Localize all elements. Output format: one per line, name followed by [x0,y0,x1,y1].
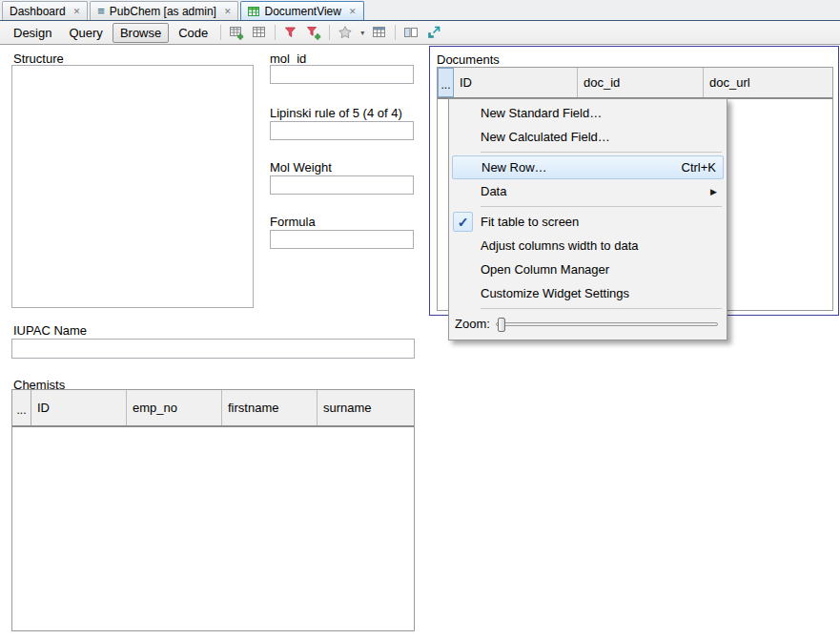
toolbar-separator [395,25,396,40]
tab-documentview[interactable]: DocumentView ✕ [240,1,363,20]
add-table-button[interactable] [225,23,248,43]
formula-input[interactable] [270,230,414,249]
toolbar-separator [220,25,221,40]
menu-item-label: New Calculated Field… [481,130,610,144]
menu-item-label: Adjust columns width to data [481,238,638,253]
chemists-table-header: ... ID emp_no firstname surname [12,390,414,427]
menu-item-new-row[interactable]: New Row… Ctrl+K [452,155,724,179]
menu-item-fit-table-to-screen[interactable]: ✓ Fit table to screen [449,210,727,234]
green-table-icon [248,6,259,17]
checkmark-icon: ✓ [453,212,473,232]
context-menu: New Standard Field… New Calculated Field… [448,98,727,340]
formula-label: Formula [270,215,316,229]
list-icon: ≡ [97,5,105,17]
add-filter-button[interactable] [302,23,325,43]
chemists-table-body[interactable] [12,427,414,630]
filter-icon [283,25,298,40]
mol-weight-input[interactable] [270,175,414,195]
menu-item-label: New Standard Field… [481,106,602,120]
add-filter-icon [306,25,321,40]
menu-item-label: Customize Widget Settings [481,286,629,300]
tab-pubchem[interactable]: ≡ PubChem [as admin] ✕ [90,1,238,20]
menu-item-new-standard-field[interactable]: New Standard Field… [449,101,727,125]
zoom-label: Zoom: [455,317,490,331]
menu-item-data[interactable]: Data ▶ [449,179,727,203]
browse-mode-button[interactable]: Browse [113,23,169,43]
menu-separator [481,152,722,153]
query-mode-button[interactable]: Query [61,23,110,43]
toolbar-separator [329,25,330,40]
chemists-table: ... ID emp_no firstname surname [11,389,415,631]
table-data-icon [372,25,387,40]
favorites-button[interactable] [334,23,357,43]
split-view-button[interactable] [400,23,422,43]
table-button[interactable] [248,23,271,43]
close-icon[interactable]: ✕ [73,7,81,16]
iupac-name-input[interactable] [11,339,415,359]
tab-bar: Dashboard ✕ ≡ PubChem [as admin] ✕ Docum… [0,0,840,21]
close-icon[interactable]: ✕ [349,7,357,16]
menu-item-label: Fit table to screen [481,215,579,229]
tab-dashboard[interactable]: Dashboard ✕ [2,1,88,20]
column-header-doc-id[interactable]: doc_id [578,68,704,97]
lipinski-input[interactable] [270,121,414,140]
column-header-emp-no[interactable]: emp_no [127,390,222,425]
code-mode-button[interactable]: Code [171,23,215,43]
lipinski-label: Lipinski rule of 5 (4 of 4) [270,106,402,120]
menu-item-label: Open Column Manager [481,262,609,277]
column-header-id[interactable]: ID [454,68,578,97]
expand-widget-icon [426,25,441,40]
documents-table-header: ... ID doc_id doc_url [438,68,832,99]
chevron-down-icon: ▾ [360,29,364,37]
structure-viewer[interactable] [11,65,254,308]
column-header-surname[interactable]: surname [318,390,414,425]
tab-label: PubChem [as admin] [110,5,216,18]
menu-separator [481,308,722,309]
menu-item-customize-widget-settings[interactable]: Customize Widget Settings [449,281,727,305]
close-icon[interactable]: ✕ [224,7,232,16]
toolbar: Design Query Browse Code ▾ [0,21,840,45]
iupac-name-label: IUPAC Name [13,323,87,338]
menu-item-open-column-manager[interactable]: Open Column Manager [449,258,727,281]
menu-zoom-row: Zoom: [449,312,727,338]
table-icon [252,25,267,40]
mol-weight-label: Mol Weight [270,160,332,175]
add-table-icon [229,25,244,40]
toolbar-separator [275,25,276,40]
favorites-icon [338,25,353,40]
column-header-id[interactable]: ID [31,390,127,425]
documents-table-corner-button[interactable]: ... [438,68,454,97]
column-header-doc-url[interactable]: doc_url [704,68,832,97]
mol-id-input[interactable] [270,65,414,84]
menu-item-shortcut: Ctrl+K [655,160,716,175]
column-header-firstname[interactable]: firstname [222,390,318,425]
menu-separator [481,206,722,207]
zoom-slider-thumb[interactable] [498,318,505,332]
tab-label: Dashboard [10,5,66,18]
documents-panel-label: Documents [437,52,500,67]
zoom-slider[interactable] [496,322,718,326]
menu-item-label: New Row… [481,160,547,175]
menu-item-new-calculated-field[interactable]: New Calculated Field… [449,125,727,149]
expand-widget-button[interactable] [422,23,445,43]
split-view-icon [403,25,419,40]
tab-label: DocumentView [264,5,340,18]
chemists-table-corner-button[interactable]: ... [12,390,31,425]
mol-id-label: mol_id [270,52,306,66]
table-data-button[interactable] [368,23,391,43]
menu-item-label: Data [481,184,506,198]
design-mode-button[interactable]: Design [6,23,59,43]
filter-button[interactable] [279,23,302,43]
menu-item-adjust-columns-width[interactable]: Adjust columns width to data [449,234,727,258]
structure-label: Structure [13,52,64,66]
submenu-arrow-icon: ▶ [710,187,717,196]
favorites-dropdown-button[interactable]: ▾ [357,23,368,43]
